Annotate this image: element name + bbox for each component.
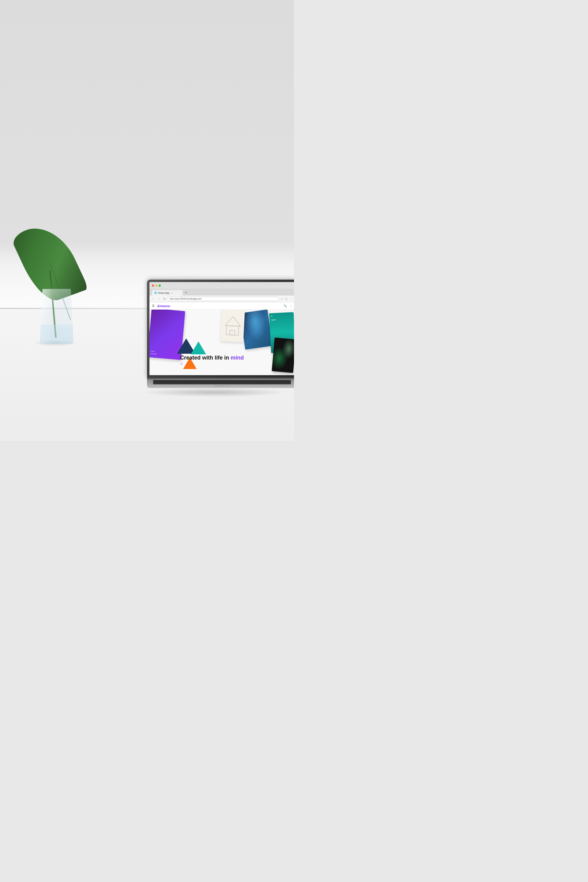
laptop-base: MacBook Pro — [147, 380, 294, 388]
laptop-shadow — [141, 388, 288, 397]
hero-text-overlay: Created with life in mind ✓ — [180, 355, 291, 366]
browser-chrome: React App × + ‹ › ↻ fast-mesa-55545.hero… — [150, 282, 294, 375]
laptop-screen-shell: React App × + ‹ › ↻ fast-mesa-55545.hero… — [147, 280, 294, 378]
close-dot[interactable] — [152, 285, 154, 286]
back-button[interactable]: ‹ — [151, 297, 156, 301]
macbook-label: MacBook Pro — [214, 385, 229, 387]
browser-tab-active[interactable]: React App × — [152, 290, 183, 296]
refresh-button[interactable]: ↻ — [162, 297, 166, 301]
hero-headline: Created with life in mind — [180, 355, 291, 361]
tab-close-button[interactable]: × — [171, 291, 173, 294]
forward-button[interactable]: › — [157, 297, 161, 301]
website-logo[interactable]: Amazoo — [157, 304, 170, 308]
tab-title: React App — [158, 291, 170, 294]
website-nav: ☰ Amazoo 🔍 → — [150, 302, 294, 310]
book-architecture — [220, 310, 245, 342]
glass-water — [40, 325, 73, 344]
new-tab-button[interactable]: + — [184, 291, 188, 295]
extensions-button[interactable]: ⬡ — [285, 297, 288, 301]
teal-book-text: MCHAR — [271, 314, 292, 321]
svg-rect-2 — [230, 330, 235, 335]
triangle-teal — [191, 342, 206, 354]
hero-items: ● ● ●A PLAN — [150, 310, 294, 375]
browser-tabbar: React App × + — [150, 289, 294, 296]
laptop-camera — [221, 281, 223, 282]
nav-login-icon[interactable]: → — [290, 304, 292, 308]
browser-addressbar: ‹ › ↻ fast-mesa-55545.herokuapp.com ☆ ⬡ … — [150, 296, 294, 302]
menu-button[interactable]: ⋮ — [289, 297, 293, 301]
laptop: React App × + ‹ › ↻ fast-mesa-55545.hero… — [147, 280, 294, 388]
arch-sketch — [220, 310, 245, 342]
feather-pattern — [240, 310, 273, 350]
website-hero: ● ● ●A PLAN — [150, 310, 294, 375]
svg-marker-1 — [225, 316, 241, 326]
maximize-dot[interactable] — [159, 285, 161, 286]
browser-titlebar — [150, 282, 294, 289]
hero-headline-accent: mind — [231, 355, 244, 361]
glass-container — [37, 267, 76, 344]
website-content: ☰ Amazoo 🔍 → ● ● ●A PLAN — [150, 302, 294, 375]
hamburger-menu-icon[interactable]: ☰ — [152, 304, 154, 308]
tab-favicon — [154, 291, 157, 294]
nav-search-icon[interactable]: 🔍 — [284, 304, 287, 308]
glass — [40, 289, 74, 344]
browser-actions: ☆ ⬡ ⋮ — [280, 297, 293, 301]
hero-headline-text: Created with life in — [180, 355, 231, 361]
book-abstract — [240, 310, 273, 350]
minimize-dot[interactable] — [155, 285, 158, 286]
bookmark-button[interactable]: ☆ — [280, 297, 284, 301]
address-bar[interactable]: fast-mesa-55545.herokuapp.com — [168, 297, 279, 301]
url-text: fast-mesa-55545.herokuapp.com — [170, 298, 201, 300]
hero-checkmark: ✓ — [180, 362, 291, 366]
